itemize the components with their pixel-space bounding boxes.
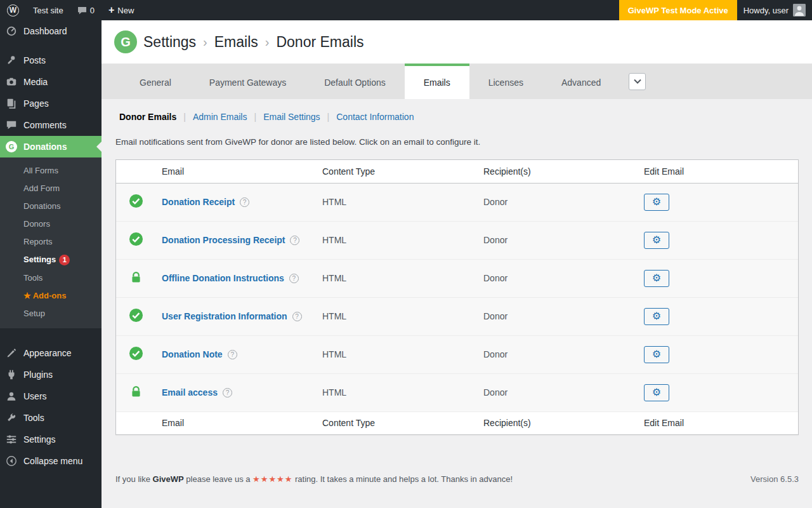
subnav-separator: | bbox=[183, 112, 186, 122]
sidebar-item-posts[interactable]: Posts bbox=[0, 50, 102, 71]
more-tabs-button[interactable] bbox=[629, 73, 646, 90]
edit-email-button[interactable]: ⚙ bbox=[644, 232, 669, 249]
column-edit-email: Edit Email bbox=[638, 160, 798, 183]
new-content-link[interactable]: + New bbox=[102, 0, 141, 20]
wordpress-icon: W bbox=[7, 4, 19, 17]
email-config-link[interactable]: Email access bbox=[162, 387, 218, 398]
table-row: Donation Receipt? HTML Donor ⚙ bbox=[116, 183, 798, 221]
sidebar-label: Tools bbox=[23, 413, 44, 423]
edit-email-button[interactable]: ⚙ bbox=[644, 346, 669, 363]
status-cell bbox=[116, 259, 155, 297]
help-icon[interactable]: ? bbox=[290, 236, 299, 245]
edit-email-button[interactable]: ⚙ bbox=[644, 270, 669, 287]
submenu-item-all-forms[interactable]: All Forms bbox=[0, 162, 102, 180]
column-content-type: Content Type bbox=[316, 160, 477, 183]
subnav-email-settings[interactable]: Email Settings bbox=[263, 112, 320, 122]
help-icon[interactable]: ? bbox=[292, 312, 302, 321]
avatar bbox=[793, 4, 806, 17]
sidebar-item-plugins[interactable]: Plugins bbox=[0, 364, 102, 385]
menu-separator bbox=[0, 42, 102, 50]
email-config-link[interactable]: Donation Processing Receipt bbox=[162, 235, 285, 245]
enabled-check-icon bbox=[129, 346, 143, 361]
submenu-item-settings[interactable]: Settings1 bbox=[0, 251, 102, 269]
test-mode-badge[interactable]: GiveWP Test Mode Active bbox=[619, 0, 737, 20]
sidebar-item-settings[interactable]: Settings bbox=[0, 429, 102, 450]
collapse-menu-button[interactable]: Collapse menu bbox=[0, 450, 102, 472]
sidebar-item-donations[interactable]: G Donations bbox=[0, 136, 102, 157]
submenu-item-reports[interactable]: Reports bbox=[0, 233, 102, 251]
column-status bbox=[116, 160, 155, 183]
enabled-check-icon bbox=[129, 232, 143, 246]
sidebar-item-pages[interactable]: Pages bbox=[0, 93, 102, 114]
edit-cell: ⚙ bbox=[638, 259, 798, 297]
table-row: User Registration Information? HTML Dono… bbox=[116, 297, 798, 335]
submenu-item-addons[interactable]: ★Add-ons bbox=[0, 287, 102, 305]
table-row: Offline Donation Instructions? HTML Dono… bbox=[116, 259, 798, 297]
recipient-cell: Donor bbox=[477, 335, 638, 373]
status-cell bbox=[116, 335, 155, 373]
edit-email-button[interactable]: ⚙ bbox=[644, 194, 669, 211]
enabled-check-icon bbox=[129, 194, 143, 208]
howdy-text: Howdy, user bbox=[743, 6, 789, 15]
sidebar-label: Appearance bbox=[23, 348, 72, 358]
tab-general[interactable]: General bbox=[121, 64, 190, 99]
comment-bubble-icon bbox=[77, 6, 87, 15]
submenu-item-setup[interactable]: Setup bbox=[0, 305, 102, 323]
comments-link[interactable]: 0 bbox=[70, 0, 102, 20]
email-config-link[interactable]: Donation Receipt bbox=[162, 197, 235, 207]
dashboard-icon bbox=[4, 25, 18, 37]
submenu-item-donors[interactable]: Donors bbox=[0, 215, 102, 233]
account-menu[interactable]: Howdy, user bbox=[737, 0, 812, 20]
email-config-link[interactable]: Offline Donation Instructions bbox=[162, 273, 284, 283]
sidebar-label: Donations bbox=[23, 142, 67, 152]
status-cell bbox=[116, 373, 155, 411]
pages-icon bbox=[4, 98, 18, 109]
subnav-contact-information[interactable]: Contact Information bbox=[336, 112, 414, 122]
sidebar-item-appearance[interactable]: Appearance bbox=[0, 342, 102, 364]
edit-cell: ⚙ bbox=[638, 335, 798, 373]
breadcrumb-separator: › bbox=[265, 35, 270, 50]
help-icon[interactable]: ? bbox=[223, 388, 232, 398]
sidebar-label: Collapse menu bbox=[23, 456, 82, 466]
email-config-link[interactable]: Donation Note bbox=[162, 349, 223, 359]
givewp-page-header: G Settings › Emails › Donor Emails bbox=[102, 20, 812, 64]
camera-icon bbox=[4, 76, 18, 88]
wordpress-menu[interactable]: W bbox=[0, 0, 26, 20]
breadcrumb-settings[interactable]: Settings bbox=[143, 34, 196, 51]
help-icon[interactable]: ? bbox=[289, 274, 299, 283]
submenu-item-add-form[interactable]: Add Form bbox=[0, 180, 102, 197]
tab-advanced[interactable]: Advanced bbox=[542, 64, 620, 99]
sidebar-item-media[interactable]: Media bbox=[0, 71, 102, 93]
rating-text: If you like bbox=[115, 474, 150, 484]
tab-emails[interactable]: Emails bbox=[405, 64, 469, 99]
submenu-item-tools[interactable]: Tools bbox=[0, 269, 102, 287]
content-type-cell: HTML bbox=[316, 297, 477, 335]
new-label: New bbox=[117, 6, 134, 15]
subnav-admin-emails[interactable]: Admin Emails bbox=[193, 112, 247, 122]
submenu-item-donations[interactable]: Donations bbox=[0, 197, 102, 215]
sidebar-item-users[interactable]: Users bbox=[0, 385, 102, 407]
help-icon[interactable]: ? bbox=[228, 350, 237, 359]
table-footer-row: Email Content Type Recipient(s) Edit Ema… bbox=[116, 411, 798, 434]
help-icon[interactable]: ? bbox=[240, 197, 249, 207]
edit-email-button[interactable]: ⚙ bbox=[644, 384, 669, 401]
sidebar-item-tools[interactable]: Tools bbox=[0, 407, 102, 429]
sidebar-item-comments[interactable]: Comments bbox=[0, 114, 102, 136]
admin-sidebar: Dashboard Posts Media Pages Comments G D… bbox=[0, 20, 102, 508]
sidebar-label: Pages bbox=[23, 98, 49, 109]
sidebar-item-dashboard[interactable]: Dashboard bbox=[0, 20, 102, 42]
edit-cell: ⚙ bbox=[638, 297, 798, 335]
column-content-type: Content Type bbox=[316, 411, 477, 434]
table-header-row: Email Content Type Recipient(s) Edit Ema… bbox=[116, 160, 798, 183]
five-stars-icon[interactable]: ★★★★★ bbox=[252, 474, 292, 484]
tab-default-options[interactable]: Default Options bbox=[305, 64, 405, 99]
submenu-label: Settings bbox=[23, 255, 56, 264]
breadcrumb-emails[interactable]: Emails bbox=[214, 34, 258, 51]
email-config-link[interactable]: User Registration Information bbox=[162, 311, 287, 321]
tab-payment-gateways[interactable]: Payment Gateways bbox=[190, 64, 305, 99]
edit-email-button[interactable]: ⚙ bbox=[644, 308, 669, 325]
rating-text: please leave us a bbox=[186, 474, 250, 484]
tab-licenses[interactable]: Licenses bbox=[469, 64, 542, 99]
content-type-cell: HTML bbox=[316, 335, 477, 373]
site-name-link[interactable]: Test site bbox=[26, 0, 70, 20]
